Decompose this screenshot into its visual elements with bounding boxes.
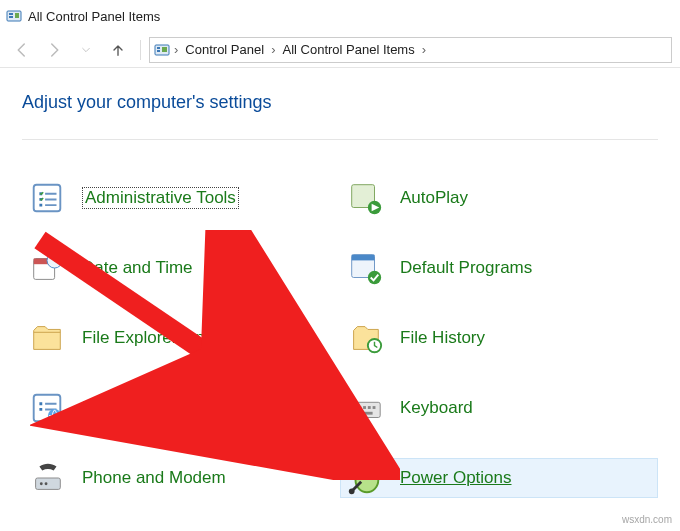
svg-rect-8 [34,185,61,212]
svg-point-30 [356,468,379,493]
item-administrative-tools[interactable]: Administrative Tools [22,178,340,218]
svg-rect-25 [358,406,361,409]
svg-point-15 [40,482,43,485]
breadcrumb-all-items[interactable]: All Control Panel Items [279,42,417,57]
breadcrumb-control-panel[interactable]: Control Panel [182,42,267,57]
svg-rect-27 [368,406,371,409]
svg-rect-7 [162,47,167,52]
window-title: All Control Panel Items [28,9,160,24]
item-label: File History [400,328,485,348]
svg-rect-23 [350,402,380,417]
item-file-history[interactable]: File History [340,318,658,358]
item-label: AutoPlay [400,188,468,208]
navbar: › Control Panel › All Control Panel Item… [0,32,680,68]
recent-dropdown[interactable] [72,36,100,64]
items-grid: Administrative Tools Date and Time File … [22,140,658,498]
item-label: Internet Options [82,398,203,418]
default-programs-icon [346,249,384,287]
content-area: Adjust your computer's settings Administ… [0,68,680,508]
chevron-right-icon[interactable]: › [420,42,428,57]
column-left: Administrative Tools Date and Time File … [22,178,340,498]
svg-rect-26 [363,406,366,409]
svg-rect-20 [352,255,375,261]
svg-rect-24 [354,406,357,409]
svg-rect-5 [157,47,160,49]
item-label: Date and Time [82,258,193,278]
control-panel-icon [6,8,22,24]
item-label: Power Options [400,468,512,488]
admin-tools-icon [28,179,66,217]
keyboard-icon [346,389,384,427]
item-label: Keyboard [400,398,473,418]
svg-rect-29 [357,412,372,415]
internet-options-icon [28,389,66,427]
item-label: Phone and Modem [82,468,226,488]
folder-options-icon [28,319,66,357]
chevron-right-icon[interactable]: › [269,42,277,57]
watermark: wsxdn.com [622,514,672,525]
item-label: File Explorer Options [82,328,241,348]
page-heading: Adjust your computer's settings [22,92,658,140]
item-date-and-time[interactable]: Date and Time [22,248,340,288]
svg-point-21 [368,271,381,284]
svg-rect-2 [9,16,13,18]
item-internet-options[interactable]: Internet Options [22,388,340,428]
chevron-right-icon[interactable]: › [172,42,180,57]
date-time-icon [28,249,66,287]
item-label: Administrative Tools [82,187,239,209]
item-phone-and-modem[interactable]: Phone and Modem [22,458,340,498]
autoplay-icon [346,179,384,217]
file-history-icon [346,319,384,357]
item-file-explorer-options[interactable]: File Explorer Options [22,318,340,358]
divider [140,40,141,60]
svg-point-32 [349,488,355,494]
up-button[interactable] [104,36,132,64]
item-default-programs[interactable]: Default Programs [340,248,658,288]
svg-rect-6 [157,50,160,52]
forward-button[interactable] [40,36,68,64]
column-right: AutoPlay Default Programs File History [340,178,658,498]
back-button[interactable] [8,36,36,64]
address-bar[interactable]: › Control Panel › All Control Panel Item… [149,37,672,63]
power-options-icon [346,459,384,497]
item-label: Default Programs [400,258,532,278]
svg-rect-1 [9,13,13,15]
svg-rect-14 [36,478,61,489]
svg-rect-3 [15,13,19,18]
titlebar: All Control Panel Items [0,0,680,32]
svg-point-16 [45,482,48,485]
control-panel-small-icon [154,42,170,58]
phone-modem-icon [28,459,66,497]
item-power-options[interactable]: Power Options [340,458,658,498]
svg-rect-28 [373,406,376,409]
item-keyboard[interactable]: Keyboard [340,388,658,428]
item-autoplay[interactable]: AutoPlay [340,178,658,218]
svg-rect-31 [365,465,369,471]
